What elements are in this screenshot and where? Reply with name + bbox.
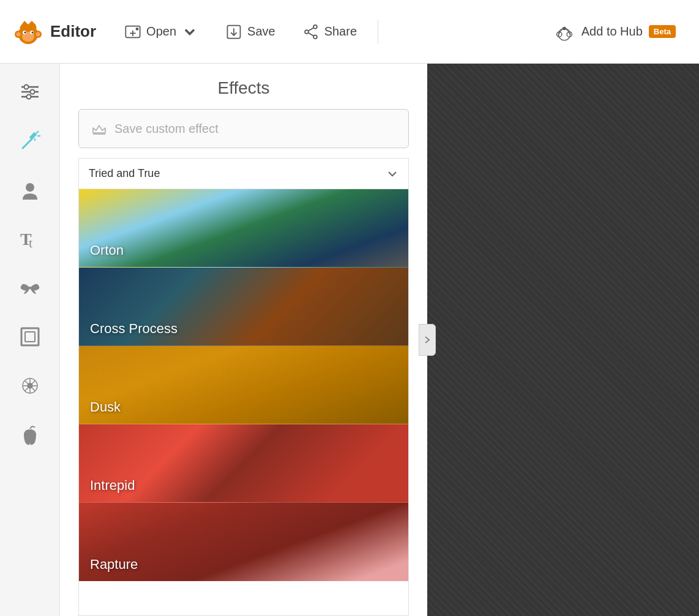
sliders-icon [19,81,41,103]
effect-item-rapture[interactable]: Rapture [79,503,408,581]
svg-point-17 [313,24,317,28]
svg-point-29 [24,85,28,89]
save-custom-effect-label: Save custom effect [114,122,219,136]
svg-marker-49 [93,126,105,133]
logo-icon [12,16,44,48]
svg-rect-42 [25,332,35,342]
portrait-icon [19,179,41,201]
logo-text: Editor [50,22,96,41]
open-chevron-icon [181,23,198,40]
sidebar-icons: T t [0,64,60,616]
svg-point-25 [563,26,566,30]
svg-line-34 [36,131,39,133]
svg-line-20 [308,28,313,31]
svg-point-30 [30,90,34,94]
text-icon: T t [19,228,41,250]
svg-point-5 [36,32,40,36]
effects-title: Effects [60,64,427,109]
svg-point-3 [17,32,21,36]
butterfly-icon [19,277,41,299]
crown-icon [91,121,107,137]
open-label: Open [146,24,176,39]
effect-label-rapture: Rapture [90,557,138,573]
svg-line-21 [308,32,313,36]
save-icon [225,23,242,40]
effects-panel: Effects Save custom effect Tried and Tru… [60,64,427,616]
svg-point-10 [32,31,34,33]
svg-point-40 [29,287,31,289]
effect-label-cross-process: Cross Process [90,321,178,337]
main-area: T t [0,64,699,616]
svg-rect-41 [21,328,39,345]
textures-icon [19,375,41,397]
effect-item-cross-process[interactable]: Cross Process [79,268,408,346]
svg-point-9 [24,31,26,33]
svg-point-19 [305,30,308,34]
share-button[interactable]: Share [291,18,368,45]
svg-point-22 [558,28,570,40]
svg-rect-50 [93,133,105,135]
apple-icon [19,424,41,446]
open-button[interactable]: Open [113,18,209,45]
sidebar-item-textures[interactable] [14,370,46,402]
logo-area: Editor [12,16,96,48]
effect-item-intrepid[interactable]: Intrepid [79,424,408,503]
header-divider [378,20,378,44]
save-custom-effect-button[interactable]: Save custom effect [78,109,409,148]
sidebar-item-text[interactable]: T t [14,223,46,255]
header: Editor Open Save Share [0,0,699,64]
collapse-panel-arrow[interactable] [419,324,436,356]
svg-point-31 [26,95,31,99]
add-to-hub-button[interactable]: Add to Hub Beta [542,16,687,48]
hub-icon [553,21,575,43]
save-label: Save [247,24,275,39]
svg-text:t: t [29,235,32,250]
chevron-right-icon [423,336,432,344]
svg-point-37 [26,183,34,192]
effect-label-orton: Orton [90,242,124,258]
share-icon [302,23,320,40]
wand-icon [19,130,41,152]
dropdown-chevron-icon [386,168,398,180]
effect-label-dusk: Dusk [90,399,121,415]
sidebar-item-portrait[interactable] [14,174,46,206]
sidebar-item-frames[interactable] [14,321,46,353]
category-label: Tried and True [89,167,160,180]
add-to-hub-label: Add to Hub [581,24,643,39]
frames-icon [19,326,41,348]
sidebar-item-adjustments[interactable] [14,76,46,108]
sidebar-item-effects[interactable] [14,272,46,304]
svg-point-12 [136,28,139,31]
save-button[interactable]: Save [214,18,286,45]
category-dropdown[interactable]: Tried and True [78,158,409,189]
sidebar-item-auto-enhance[interactable] [14,125,46,157]
effect-item-orton[interactable]: Orton [79,189,408,268]
effect-item-dusk[interactable]: Dusk [79,346,408,424]
svg-line-32 [23,138,32,148]
svg-point-48 [28,383,32,388]
effects-list: Orton Cross Process Dusk Intrepid Raptur… [78,189,409,616]
beta-badge: Beta [649,25,676,38]
sidebar-item-stickers[interactable] [14,419,46,451]
open-icon [124,23,141,40]
share-label: Share [324,24,357,39]
canvas-area [427,64,699,616]
svg-point-18 [313,35,317,39]
effect-label-intrepid: Intrepid [90,478,135,494]
